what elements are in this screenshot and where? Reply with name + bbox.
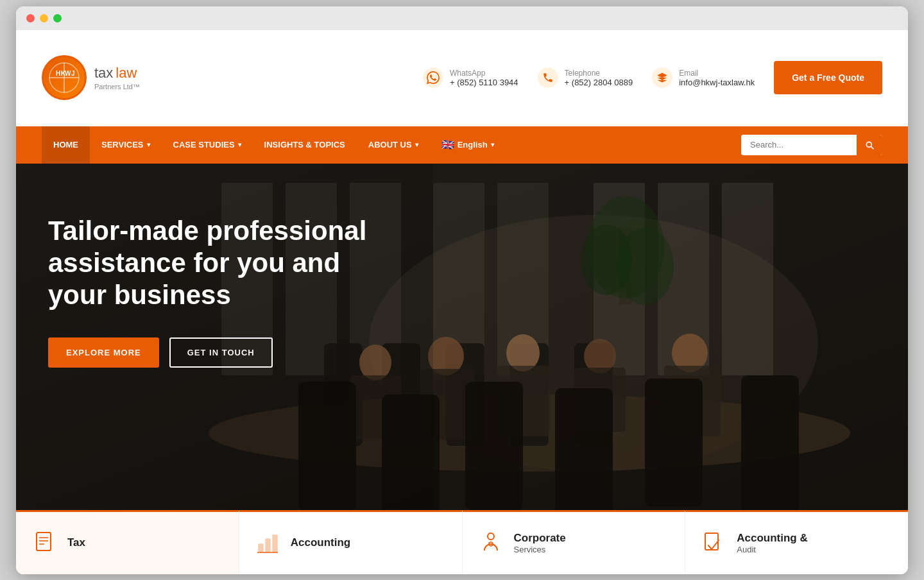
logo-circle: HK WJ xyxy=(42,55,87,100)
telephone-details: Telephone + (852) 2804 0889 xyxy=(565,69,633,87)
telephone-number: + (852) 2804 0889 xyxy=(565,78,633,87)
svg-rect-43 xyxy=(37,533,51,550)
service-card-accounting-title: Accounting xyxy=(291,536,351,549)
audit-icon xyxy=(701,530,726,556)
svg-text:WJ: WJ xyxy=(65,70,75,77)
telephone-label: Telephone xyxy=(565,69,633,78)
nav-item-about[interactable]: ABOUT US ▾ xyxy=(357,126,430,164)
nav-item-language[interactable]: 🇬🇧 English ▾ xyxy=(430,126,506,164)
nav-bar: HOME SERVICES ▾ CASE STUDIES ▾ INSIGHTS … xyxy=(16,126,908,164)
nav-item-case-studies[interactable]: CASE STUDIES ▾ xyxy=(162,126,253,164)
whatsapp-number: + (852) 5110 3944 xyxy=(450,78,518,87)
services-chevron-icon: ▾ xyxy=(147,141,150,148)
service-card-audit-text: Accounting & Audit xyxy=(737,532,808,554)
service-card-tax-title: Tax xyxy=(67,536,85,549)
nav-item-services[interactable]: SERVICES ▾ xyxy=(90,126,162,164)
flag-icon: 🇬🇧 xyxy=(441,139,454,151)
svg-rect-48 xyxy=(266,539,270,552)
svg-rect-42 xyxy=(433,164,908,510)
service-card-audit-subtitle: Audit xyxy=(737,545,808,554)
logo-brand: tax law xyxy=(94,65,140,81)
whatsapp-label: WhatsApp xyxy=(450,69,518,78)
service-card-accounting[interactable]: Accounting xyxy=(239,510,463,574)
contact-area: WhatsApp + (852) 5110 3944 Telephone + (… xyxy=(423,61,882,94)
svg-rect-47 xyxy=(259,544,263,552)
case-studies-chevron-icon: ▾ xyxy=(238,141,241,148)
service-card-audit-title: Accounting & xyxy=(737,532,808,545)
get-in-touch-button[interactable]: GET IN TOUCH xyxy=(169,337,273,368)
service-card-corporate-title: Corporate xyxy=(514,532,566,545)
quote-button[interactable]: Get a Free Quote xyxy=(774,61,882,94)
phone-icon xyxy=(538,67,558,88)
logo-law: law xyxy=(116,65,137,81)
site-header: HK WJ tax law Partners Ltd™ xyxy=(16,30,908,126)
logo-text: tax law Partners Ltd™ xyxy=(94,65,140,90)
logo-tax: tax xyxy=(94,65,113,81)
whatsapp-icon xyxy=(423,67,443,88)
email-details: Email info@hkwj-taxlaw.hk xyxy=(679,69,755,87)
search-box xyxy=(741,135,882,155)
email-icon xyxy=(652,67,672,88)
logo-icon: HK WJ xyxy=(47,60,82,96)
service-card-corporate-text: Corporate Services xyxy=(514,532,566,554)
service-card-tax[interactable]: Tax xyxy=(16,510,239,574)
service-card-corporate[interactable]: Corporate Services xyxy=(463,510,686,574)
search-button[interactable] xyxy=(857,135,882,155)
about-chevron-icon: ▾ xyxy=(415,141,418,148)
browser-maximize-dot[interactable] xyxy=(53,14,62,22)
hero-content: Tailor-made professional assistance for … xyxy=(16,164,433,419)
corporate-icon xyxy=(478,530,504,556)
email-contact[interactable]: Email info@hkwj-taxlaw.hk xyxy=(652,67,755,88)
browser-chrome xyxy=(16,6,908,30)
accounting-chart-icon xyxy=(255,530,280,556)
whatsapp-details: WhatsApp + (852) 5110 3944 xyxy=(450,69,518,87)
hero-buttons: EXPLORE MORE GET IN TOUCH xyxy=(48,337,401,368)
nav-item-home[interactable]: HOME xyxy=(42,126,90,164)
tax-icon xyxy=(31,530,57,556)
svg-point-51 xyxy=(488,533,494,540)
svg-rect-53 xyxy=(705,533,718,550)
logo-sub: Partners Ltd™ xyxy=(94,83,140,90)
service-card-corporate-subtitle: Services xyxy=(514,545,566,554)
bottom-cards: Tax Accounting xyxy=(16,510,908,574)
logo-area[interactable]: HK WJ tax law Partners Ltd™ xyxy=(42,55,140,100)
email-value: info@hkwj-taxlaw.hk xyxy=(679,78,755,87)
nav-links: HOME SERVICES ▾ CASE STUDIES ▾ INSIGHTS … xyxy=(42,126,506,164)
search-area xyxy=(741,135,882,155)
nav-item-insights[interactable]: INSIGHTS & TOPICS xyxy=(253,126,357,164)
bottom-section: Tax Accounting xyxy=(16,510,908,574)
browser-window: HK WJ tax law Partners Ltd™ xyxy=(16,6,908,574)
hero-title: Tailor-made professional assistance for … xyxy=(48,215,401,312)
svg-rect-49 xyxy=(273,535,277,552)
whatsapp-contact[interactable]: WhatsApp + (852) 5110 3944 xyxy=(423,67,518,88)
browser-close-dot[interactable] xyxy=(26,14,35,22)
telephone-contact[interactable]: Telephone + (852) 2804 0889 xyxy=(538,67,633,88)
search-icon xyxy=(864,140,875,150)
hero-section: Tailor-made professional assistance for … xyxy=(16,164,908,510)
search-input[interactable] xyxy=(741,135,857,155)
email-label: Email xyxy=(679,69,755,78)
service-card-audit[interactable]: Accounting & Audit xyxy=(685,510,908,574)
explore-more-button[interactable]: EXPLORE MORE xyxy=(48,337,159,368)
browser-minimize-dot[interactable] xyxy=(40,14,48,22)
language-chevron-icon: ▾ xyxy=(491,141,494,148)
